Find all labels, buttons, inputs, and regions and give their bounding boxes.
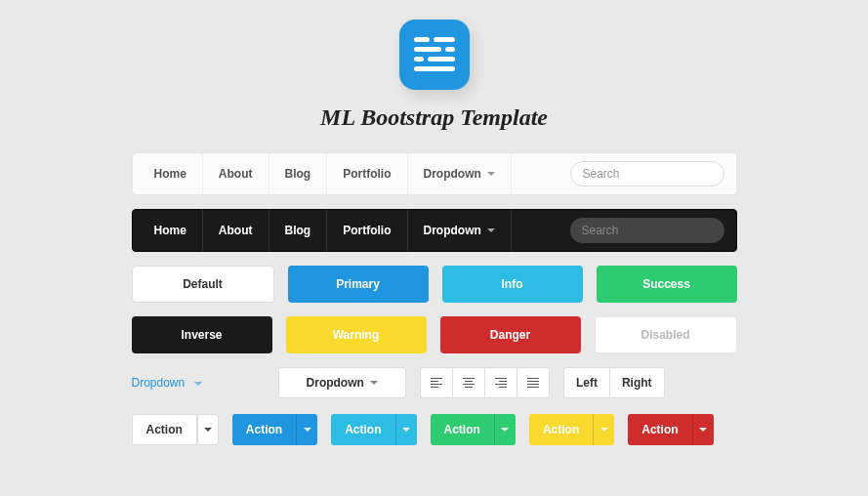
- nav-about[interactable]: About: [203, 153, 269, 194]
- align-left-button[interactable]: [420, 367, 453, 398]
- nav-search-dark: [570, 218, 724, 243]
- chevron-down-icon: [194, 382, 202, 386]
- search-input-dark[interactable]: [570, 218, 724, 243]
- danger-button[interactable]: Danger: [440, 316, 581, 353]
- split-info-action[interactable]: Action: [331, 414, 394, 445]
- svg-rect-3: [445, 47, 455, 52]
- nav-dark-home[interactable]: Home: [139, 210, 203, 251]
- svg-rect-0: [414, 37, 430, 42]
- chevron-down-icon: [501, 428, 509, 432]
- inverse-button[interactable]: Inverse: [132, 316, 272, 353]
- split-success-toggle[interactable]: [494, 414, 516, 445]
- split-warning: Action: [529, 414, 614, 445]
- split-warning-action[interactable]: Action: [529, 414, 593, 445]
- align-right-icon: [495, 378, 507, 388]
- align-center-icon: [463, 378, 475, 388]
- default-button[interactable]: Default: [132, 266, 274, 303]
- info-button[interactable]: Info: [442, 266, 583, 303]
- nav-dropdown[interactable]: Dropdown: [408, 153, 512, 194]
- split-info-toggle[interactable]: [395, 414, 417, 445]
- chevron-down-icon: [487, 172, 495, 176]
- split-info: Action: [331, 414, 416, 445]
- nav-portfolio[interactable]: Portfolio: [327, 153, 407, 194]
- chevron-down-icon: [402, 428, 410, 432]
- align-justify-button[interactable]: [517, 367, 550, 398]
- nav-dark-portfolio[interactable]: Portfolio: [327, 210, 407, 251]
- align-left-icon: [431, 378, 442, 388]
- disabled-button: Disabled: [595, 316, 737, 353]
- page-title: ML Bootstrap Template: [132, 104, 737, 131]
- nav-dark-dropdown[interactable]: Dropdown: [408, 210, 512, 251]
- navbar-light: Home About Blog Portfolio Dropdown: [132, 152, 737, 195]
- split-default-toggle[interactable]: [197, 414, 219, 445]
- segment-left[interactable]: Left: [563, 367, 609, 398]
- split-danger: Action: [628, 414, 713, 445]
- segmented-control: Left Right: [563, 367, 665, 398]
- svg-rect-4: [414, 57, 424, 62]
- svg-rect-1: [434, 37, 455, 42]
- split-primary: Action: [232, 414, 317, 445]
- nav-dark-about[interactable]: About: [203, 210, 269, 251]
- dropdown-link[interactable]: Dropdown: [132, 376, 202, 390]
- nav-search-light: [570, 161, 724, 186]
- svg-rect-6: [414, 66, 455, 71]
- split-default-action[interactable]: Action: [132, 414, 197, 445]
- dropdown-button[interactable]: Dropdown: [278, 367, 406, 398]
- chevron-down-icon: [304, 428, 311, 432]
- chevron-down-icon: [699, 428, 707, 432]
- segment-right[interactable]: Right: [609, 367, 665, 398]
- split-primary-action[interactable]: Action: [232, 414, 296, 445]
- nav-dark-blog[interactable]: Blog: [269, 210, 328, 251]
- chevron-down-icon: [204, 428, 212, 432]
- align-right-button[interactable]: [484, 367, 517, 398]
- split-success-action[interactable]: Action: [431, 414, 494, 445]
- svg-rect-2: [414, 47, 441, 52]
- primary-button[interactable]: Primary: [288, 266, 429, 303]
- align-button-group: [420, 367, 550, 398]
- nav-home[interactable]: Home: [139, 153, 203, 194]
- split-primary-toggle[interactable]: [296, 414, 317, 445]
- split-default: Action: [132, 414, 219, 445]
- chevron-down-icon: [600, 428, 608, 432]
- align-center-button[interactable]: [452, 367, 485, 398]
- svg-rect-5: [428, 57, 455, 62]
- split-warning-toggle[interactable]: [593, 414, 614, 445]
- warning-button[interactable]: Warning: [286, 316, 427, 353]
- split-danger-toggle[interactable]: [692, 414, 714, 445]
- navbar-dark: Home About Blog Portfolio Dropdown: [132, 209, 737, 252]
- chevron-down-icon: [487, 228, 495, 232]
- chevron-down-icon: [370, 381, 378, 385]
- align-justify-icon: [527, 378, 539, 388]
- success-button[interactable]: Success: [597, 266, 737, 303]
- split-success: Action: [431, 414, 516, 445]
- split-danger-action[interactable]: Action: [628, 414, 691, 445]
- search-input-light[interactable]: [570, 161, 724, 186]
- app-logo: [399, 20, 470, 90]
- nav-blog[interactable]: Blog: [269, 153, 328, 194]
